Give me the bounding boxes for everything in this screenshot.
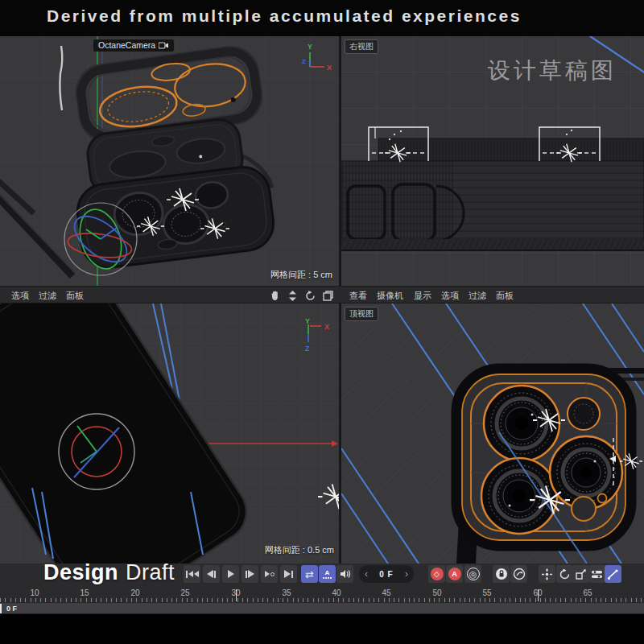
loop-mode-button[interactable]: ⇄ <box>301 565 318 583</box>
previous-frame-button[interactable] <box>203 565 220 583</box>
viewport-top-view[interactable]: 顶视图 <box>341 303 644 564</box>
camera-label[interactable]: OctaneCamera <box>93 39 174 52</box>
keyframe-selection-button[interactable]: ◎ <box>464 565 481 583</box>
ruler-tick: 10 <box>30 588 39 597</box>
axis-y-label: Y <box>305 317 310 325</box>
dolly-icon[interactable] <box>286 289 299 302</box>
motion-mode-button[interactable] <box>510 565 527 583</box>
pla-icon <box>607 568 619 580</box>
menu-options[interactable]: 选项 <box>11 290 29 302</box>
viewport-menubar: 选项 过滤 面板 查看 摄像机 显示 选项 <box>0 286 644 303</box>
ruler-tick: 40 <box>332 588 341 597</box>
ruler-tick: 35 <box>282 588 291 597</box>
camera-icon <box>159 42 169 49</box>
menu-options[interactable]: 选项 <box>441 290 459 302</box>
camera-name: OctaneCamera <box>98 40 155 50</box>
flash-circle <box>568 398 600 430</box>
orbit-icon[interactable] <box>303 289 316 302</box>
loop-icon: ⇄ <box>305 569 314 580</box>
axis-x-label: X <box>324 323 329 331</box>
axis-z-label: Z <box>302 58 306 65</box>
position-icon <box>541 568 553 580</box>
playhead[interactable]: 0 F <box>0 604 21 613</box>
lock-icon <box>495 568 508 580</box>
frame-field[interactable]: ‹ 0 F › <box>359 565 414 583</box>
timeline-ruler[interactable]: 10 15 20 25 30 35 40 45 50 55 60 65 <box>0 588 644 602</box>
scale-icon <box>575 568 587 580</box>
sensor-circle <box>572 497 596 521</box>
page-title: Derived from multiple accumulated experi… <box>47 6 522 26</box>
maximize-icon[interactable] <box>321 289 334 302</box>
menu-view[interactable]: 查看 <box>349 290 367 302</box>
bottom-spacer <box>0 614 644 644</box>
menu-filter[interactable]: 过滤 <box>39 290 56 302</box>
axis-x-label: X <box>327 64 332 72</box>
major-tick-60 <box>538 589 539 601</box>
go-to-start-button[interactable] <box>184 565 200 583</box>
lens-top-left <box>484 386 559 461</box>
record-icon: ◇ <box>431 568 444 580</box>
record-position-button[interactable] <box>539 565 555 583</box>
frame-decrement[interactable]: ‹ <box>365 568 368 580</box>
motion-icon <box>513 568 526 580</box>
pan-icon[interactable] <box>268 289 281 302</box>
phone-side-wireframe <box>341 138 644 250</box>
pla-button[interactable] <box>605 565 621 583</box>
app-window: Derived from multiple accumulated experi… <box>0 0 644 644</box>
viewport-label: 右视图 <box>345 39 378 54</box>
keyframe-mode-icon: A <box>323 570 332 579</box>
play-button[interactable] <box>222 565 239 583</box>
menubar-right: 查看 摄像机 显示 选项 过滤 面板 <box>341 287 644 304</box>
speaker-icon <box>340 569 350 579</box>
viewport-label: 顶视图 <box>345 307 378 321</box>
record-rotation-button[interactable] <box>556 565 573 583</box>
footer-brand: DesignDraft <box>43 560 175 585</box>
record-keyframe-button[interactable]: ◇ <box>428 565 445 583</box>
record-parameters-button[interactable] <box>588 565 605 583</box>
go-to-end-button[interactable] <box>280 565 297 583</box>
axis-gizmo: Y Z X <box>297 41 332 76</box>
ruler-tick: 45 <box>382 588 390 597</box>
frame-value: 0 F <box>379 570 393 579</box>
menu-panel[interactable]: 面板 <box>496 290 514 302</box>
next-frame-button[interactable] <box>242 565 258 583</box>
autokey-button[interactable]: A <box>446 565 463 583</box>
axis-y-label: Y <box>308 43 312 51</box>
viewport-perspective[interactable]: OctaneCamera Y Z X 网格间距 : 5 cm <box>0 36 339 286</box>
autokey-icon: A <box>448 568 461 580</box>
top-banner: Derived from multiple accumulated experi… <box>0 0 644 36</box>
brand-primary: Design <box>43 560 118 584</box>
major-tick-30 <box>236 589 237 601</box>
menu-display[interactable]: 显示 <box>414 290 431 302</box>
record-scale-button[interactable] <box>572 565 589 583</box>
top-view-scene <box>341 303 644 564</box>
menu-panel[interactable]: 面板 <box>66 290 84 302</box>
camera-module <box>453 365 634 549</box>
sound-button[interactable] <box>336 565 353 583</box>
menu-filter[interactable]: 过滤 <box>469 290 486 302</box>
axis-z-label: Z <box>305 345 310 353</box>
viewport-right-view[interactable]: 右视图 设计草稿图 <box>341 36 644 286</box>
grid-spacing-label: 网格间距 : 0.5 cm <box>265 544 334 556</box>
brand-secondary: Draft <box>126 560 175 584</box>
perspective-scene <box>0 36 339 286</box>
grid-spacing-label: 网格间距 : 5 cm <box>270 269 332 281</box>
ruler-tick: 25 <box>180 588 189 597</box>
menu-cameras[interactable]: 摄像机 <box>377 290 403 302</box>
lock-keyframes-button[interactable] <box>493 565 510 583</box>
timeline-bar: DesignDraft ⇄ A ‹ 0 F › ◇ A ◎ <box>0 564 644 614</box>
ruler-tick: 55 <box>482 588 491 597</box>
ruler-tick: 50 <box>432 588 441 597</box>
key-mode-button[interactable]: A <box>319 565 336 583</box>
rotation-icon <box>559 568 571 580</box>
ruler-tick: 65 <box>583 588 592 597</box>
front-view-scene <box>0 303 339 564</box>
ruler-tick: 20 <box>130 588 139 597</box>
keyframe-selection-icon: ◎ <box>467 568 480 580</box>
next-key-button[interactable] <box>261 565 278 583</box>
axis-gizmo: Y X Z <box>297 316 332 353</box>
timeline-scrubber[interactable]: 0 F <box>0 602 644 614</box>
ruler-tick: 15 <box>80 588 89 597</box>
frame-increment[interactable]: › <box>405 568 408 580</box>
viewport-front-view[interactable]: Y X Z 网格间距 : 0.5 cm <box>0 303 339 564</box>
